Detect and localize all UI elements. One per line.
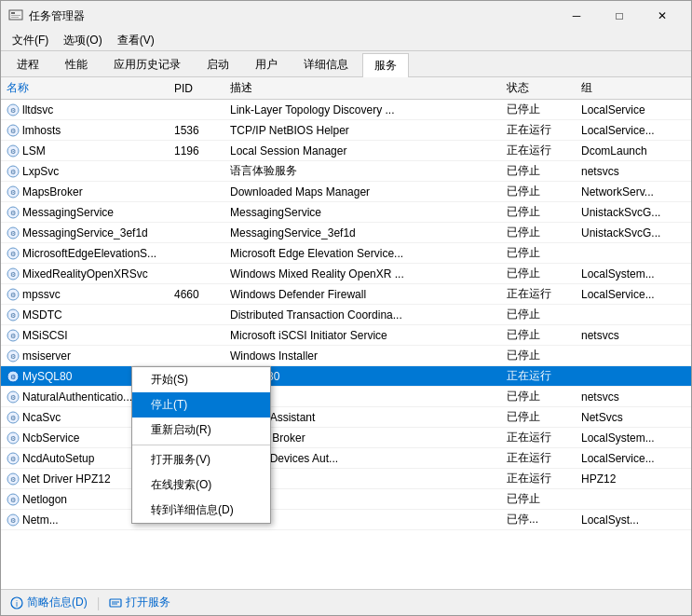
table-row[interactable]: ⚙MessagingService_3ef1dMessagingService_… xyxy=(1,223,691,243)
menu-bar: 文件(F) 选项(O) 查看(V) xyxy=(1,31,691,51)
tab-services[interactable]: 服务 xyxy=(362,53,409,77)
open-services-button[interactable]: 打开服务 xyxy=(109,595,170,610)
service-status: 正在运行 xyxy=(503,286,577,302)
service-name: NcdAutoSetup xyxy=(22,452,94,465)
tab-process[interactable]: 进程 xyxy=(5,52,51,76)
table-row[interactable]: ⚙MicrosoftEdgeElevationS...Microsoft Edg… xyxy=(1,243,691,264)
title-controls: ─ □ ✕ xyxy=(555,1,684,31)
service-icon: ⚙ xyxy=(7,513,20,527)
table-row[interactable]: ⚙Netlogon已停止 xyxy=(1,489,691,510)
service-name-cell: ⚙mpssvc xyxy=(3,288,170,301)
context-start[interactable]: 开始(S) xyxy=(132,367,270,392)
service-status: 已停止 xyxy=(503,184,577,199)
service-desc: Distributed Transaction Coordina... xyxy=(226,308,503,322)
main-window: 任务管理器 ─ □ ✕ 文件(F) 选项(O) 查看(V) 进程 性能 应用历史… xyxy=(0,0,692,616)
service-status: 已停止 xyxy=(503,245,577,261)
menu-file[interactable]: 文件(F) xyxy=(5,31,56,50)
service-name-cell: ⚙MSDTC xyxy=(3,308,170,322)
maximize-button[interactable]: □ xyxy=(598,1,641,31)
th-status[interactable]: 状态 xyxy=(503,80,577,96)
th-name[interactable]: 名称 xyxy=(3,80,170,96)
service-name-cell: ⚙MessagingService xyxy=(3,206,170,219)
table-row[interactable]: ⚙MySQL809838MySQL80正在运行 xyxy=(1,366,691,387)
tab-app-history[interactable]: 应用历史记录 xyxy=(102,52,193,76)
table-row[interactable]: ⚙mpssvc4660Windows Defender Firewall正在运行… xyxy=(1,284,691,305)
svg-text:⚙: ⚙ xyxy=(10,292,16,298)
service-icon: ⚙ xyxy=(7,247,20,260)
service-desc: MessagingService xyxy=(226,206,503,219)
tab-startup[interactable]: 启动 xyxy=(195,52,241,76)
th-desc[interactable]: 描述 xyxy=(226,80,503,96)
service-icon: ⚙ xyxy=(7,226,20,240)
service-desc: Windows Defender Firewall xyxy=(226,288,503,301)
open-services-label: 打开服务 xyxy=(126,595,170,610)
service-name: msiserver xyxy=(22,349,71,363)
table-row[interactable]: ⚙MixedRealityOpenXRSvcWindows Mixed Real… xyxy=(1,264,691,284)
table-row[interactable]: ⚙MessagingServiceMessagingService已停止Unis… xyxy=(1,202,691,223)
service-name: MessagingService xyxy=(22,206,114,219)
context-goto-detail[interactable]: 转到详细信息(D) xyxy=(132,498,270,523)
svg-rect-3 xyxy=(11,17,19,18)
table-row[interactable]: ⚙NcdAutoSetup...ected Devices Aut...正在运行… xyxy=(1,448,691,469)
service-name: LxpSvc xyxy=(22,165,59,178)
service-group: netsvcs xyxy=(577,165,671,178)
service-group: LocalSystem... xyxy=(577,431,671,445)
table-row[interactable]: ⚙LxpSvc语言体验服务已停止netsvcs xyxy=(1,161,691,182)
table-row[interactable]: ⚙msiserverWindows Installer已停止 xyxy=(1,346,691,366)
minimize-button[interactable]: ─ xyxy=(555,1,598,31)
table-row[interactable]: ⚙NcbService...ection Broker正在运行LocalSyst… xyxy=(1,428,691,448)
context-search-online[interactable]: 在线搜索(O) xyxy=(132,472,270,498)
svg-text:⚙: ⚙ xyxy=(10,148,16,155)
table-row[interactable]: ⚙MapsBrokerDownloaded Maps Manager已停止Net… xyxy=(1,182,691,202)
close-button[interactable]: ✕ xyxy=(641,1,684,31)
table-body[interactable]: ⚙lltdsvcLink-Layer Topology Discovery ..… xyxy=(1,100,691,589)
table-row[interactable]: ⚙Netm...已停...LocalSyst... xyxy=(1,510,691,530)
table-row[interactable]: ⚙NcaSvc...ctivity Assistant已停止NetSvcs xyxy=(1,407,691,428)
table-row[interactable]: ⚙NaturalAuthenticatio...已停止netsvcs xyxy=(1,387,691,407)
service-name-cell: ⚙msiserver xyxy=(3,349,170,363)
service-desc: MessagingService_3ef1d xyxy=(226,226,503,240)
status-bar: i 简略信息(D) | 打开服务 xyxy=(1,589,691,615)
service-status: 已停止 xyxy=(503,204,577,220)
context-stop[interactable]: 停止(T) xyxy=(132,392,270,418)
service-icon: ⚙ xyxy=(7,452,20,465)
menu-options[interactable]: 选项(O) xyxy=(56,31,109,50)
service-desc: TCP/IP NetBIOS Helper xyxy=(226,124,503,137)
service-group: netsvcs xyxy=(577,390,671,404)
svg-text:⚙: ⚙ xyxy=(10,312,16,319)
tab-details[interactable]: 详细信息 xyxy=(292,52,360,76)
table-row[interactable]: ⚙LSM1196Local Session Manager正在运行DcomLau… xyxy=(1,141,691,161)
service-icon: ⚙ xyxy=(7,144,20,157)
service-name-cell: ⚙MixedRealityOpenXRSvc xyxy=(3,267,170,281)
th-pid[interactable]: PID xyxy=(170,82,226,95)
svg-text:⚙: ⚙ xyxy=(10,271,16,278)
service-name-cell: ⚙MapsBroker xyxy=(3,185,170,198)
table-row[interactable]: ⚙Net Driver HPZ12...12正在运行HPZ12 xyxy=(1,469,691,489)
service-icon: ⚙ xyxy=(7,308,20,322)
tab-users[interactable]: 用户 xyxy=(243,52,290,76)
open-services-icon xyxy=(109,596,122,609)
table-row[interactable]: ⚙lltdsvcLink-Layer Topology Discovery ..… xyxy=(1,100,691,120)
service-status: 已停止 xyxy=(503,348,577,363)
summary-label: 简略信息(D) xyxy=(27,595,88,610)
service-desc: Windows Installer xyxy=(226,349,503,363)
table-row[interactable]: ⚙MSiSCSIMicrosoft iSCSI Initiator Servic… xyxy=(1,325,691,346)
service-icon: ⚙ xyxy=(7,493,20,506)
service-icon: ⚙ xyxy=(7,349,20,363)
service-status: 已停止 xyxy=(503,389,577,404)
summary-button[interactable]: i 简略信息(D) xyxy=(10,595,88,610)
menu-view[interactable]: 查看(V) xyxy=(110,31,162,50)
th-group[interactable]: 组 xyxy=(577,80,671,96)
service-name: Net Driver HPZ12 xyxy=(22,472,111,486)
service-name: NcaSvc xyxy=(22,411,61,424)
table-row[interactable]: ⚙lmhosts1536TCP/IP NetBIOS Helper正在运行Loc… xyxy=(1,120,691,141)
context-restart[interactable]: 重新启动(R) xyxy=(132,418,270,443)
tab-performance[interactable]: 性能 xyxy=(53,52,100,76)
table-row[interactable]: ⚙MSDTCDistributed Transaction Coordina..… xyxy=(1,305,691,325)
service-desc: Local Session Manager xyxy=(226,144,503,157)
service-group: UnistackSvcG... xyxy=(577,226,671,240)
svg-text:⚙: ⚙ xyxy=(10,210,16,216)
context-open-service[interactable]: 打开服务(V) xyxy=(132,447,270,472)
service-icon: ⚙ xyxy=(7,411,20,424)
service-name-cell: ⚙lltdsvc xyxy=(3,103,170,116)
